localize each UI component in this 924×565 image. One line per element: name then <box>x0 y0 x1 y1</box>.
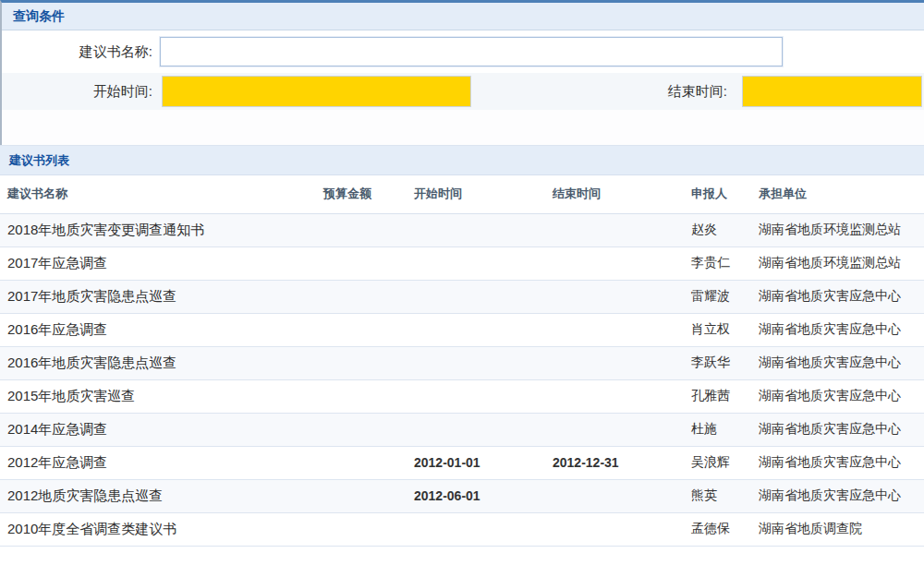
cell-end-time <box>545 313 684 346</box>
cell-applicant: 孔雅茜 <box>684 379 751 413</box>
cell-budget <box>316 479 407 512</box>
cell-end-time <box>545 346 684 379</box>
cell-start-time <box>407 413 545 446</box>
cell-applicant: 孟德保 <box>684 512 751 546</box>
cell-budget <box>316 413 407 446</box>
column-header-name: 建议书名称 <box>0 175 316 213</box>
end-time-label: 结束时间: <box>471 83 727 101</box>
cell-unit: 湖南省地质灾害应急中心 <box>751 379 924 413</box>
column-header-budget: 预算金额 <box>316 175 407 213</box>
cell-start-time: 2012-06-01 <box>407 479 545 512</box>
cell-proposal-name: 2012年应急调查 <box>0 446 316 479</box>
cell-unit: 湖南省地质灾害应急中心 <box>751 313 924 346</box>
column-header-start: 开始时间 <box>407 175 545 213</box>
cell-budget <box>316 346 407 379</box>
cell-unit: 湖南省地质灾害应急中心 <box>751 280 924 313</box>
cell-end-time <box>545 512 684 546</box>
cell-unit: 湖南省地质灾害应急中心 <box>751 346 924 379</box>
table-row[interactable]: 2017年应急调查 李贵仁 湖南省地质环境监测总站 <box>0 246 924 280</box>
proposal-list-panel: 建议书列表 建议书名称 预算金额 开始时间 结束时间 申报人 承担单位 2018… <box>0 145 924 547</box>
cell-start-time <box>407 280 545 313</box>
table-row[interactable]: 2018年地质灾害变更调查通知书 赵炎 湖南省地质环境监测总站 <box>0 213 924 246</box>
cell-start-time <box>407 246 545 280</box>
cell-unit: 湖南省地质灾害应急中心 <box>751 446 924 479</box>
cell-budget <box>316 512 407 546</box>
cell-budget <box>316 446 407 479</box>
cell-unit: 湖南省地质环境监测总站 <box>751 246 924 280</box>
proposal-name-label: 建议书名称: <box>2 43 152 61</box>
cell-applicant: 赵炎 <box>684 213 751 246</box>
cell-unit: 湖南省地质环境监测总站 <box>751 213 924 246</box>
cell-start-time <box>407 512 545 546</box>
cell-start-time <box>407 379 545 413</box>
cell-proposal-name: 2017年地质灾害隐患点巡查 <box>0 280 316 313</box>
cell-budget <box>316 313 407 346</box>
cell-applicant: 肖立权 <box>684 313 751 346</box>
start-time-input[interactable] <box>162 76 471 107</box>
column-header-end: 结束时间 <box>545 175 684 213</box>
table-row[interactable]: 2012年应急调查 2012-01-01 2012-12-31 吴浪辉 湖南省地… <box>0 446 924 479</box>
cell-start-time <box>407 213 545 246</box>
cell-end-time: 2012-12-31 <box>545 446 684 479</box>
cell-proposal-name: 2017年应急调查 <box>0 246 316 280</box>
cell-end-time <box>545 246 684 280</box>
cell-budget <box>316 246 407 280</box>
column-header-unit: 承担单位 <box>751 175 924 213</box>
end-time-input[interactable] <box>742 76 922 107</box>
cell-unit: 湖南省地质灾害应急中心 <box>751 479 924 512</box>
cell-proposal-name: 2015年地质灾害巡查 <box>0 379 316 413</box>
query-panel-spacer <box>2 110 924 145</box>
table-row[interactable]: 2017年地质灾害隐患点巡查 雷耀波 湖南省地质灾害应急中心 <box>0 280 924 313</box>
proposal-table: 建议书名称 预算金额 开始时间 结束时间 申报人 承担单位 2018年地质灾害变… <box>0 175 924 547</box>
cell-end-time <box>545 379 684 413</box>
cell-applicant: 李跃华 <box>684 346 751 379</box>
table-header-row: 建议书名称 预算金额 开始时间 结束时间 申报人 承担单位 <box>0 175 924 213</box>
cell-applicant: 吴浪辉 <box>684 446 751 479</box>
cell-proposal-name: 2012地质灾害隐患点巡查 <box>0 479 316 512</box>
cell-applicant: 雷耀波 <box>684 280 751 313</box>
cell-proposal-name: 2014年应急调查 <box>0 413 316 446</box>
start-time-label: 开始时间: <box>2 83 152 101</box>
cell-end-time <box>545 479 684 512</box>
query-conditions-panel: 查询条件 建议书名称: 开始时间: 结束时间: <box>0 0 924 145</box>
proposal-name-row: 建议书名称: <box>2 30 924 73</box>
table-row[interactable]: 2015年地质灾害巡查 孔雅茜 湖南省地质灾害应急中心 <box>0 379 924 413</box>
cell-start-time <box>407 346 545 379</box>
cell-start-time <box>407 313 545 346</box>
cell-end-time <box>545 280 684 313</box>
table-row[interactable]: 2014年应急调查 杜施 湖南省地质灾害应急中心 <box>0 413 924 446</box>
cell-budget <box>316 379 407 413</box>
cell-unit: 湖南省地质灾害应急中心 <box>751 413 924 446</box>
table-row[interactable]: 2016年地质灾害隐患点巡查 李跃华 湖南省地质灾害应急中心 <box>0 346 924 379</box>
cell-unit: 湖南省地质调查院 <box>751 512 924 546</box>
cell-proposal-name: 2016年地质灾害隐患点巡查 <box>0 346 316 379</box>
query-conditions-title: 查询条件 <box>2 3 924 30</box>
cell-start-time: 2012-01-01 <box>407 446 545 479</box>
cell-end-time <box>545 213 684 246</box>
cell-budget <box>316 213 407 246</box>
cell-proposal-name: 2016年应急调查 <box>0 313 316 346</box>
cell-proposal-name: 2010年度全省调查类建议书 <box>0 512 316 546</box>
cell-applicant: 熊英 <box>684 479 751 512</box>
cell-proposal-name: 2018年地质灾害变更调查通知书 <box>0 213 316 246</box>
table-row[interactable]: 2012地质灾害隐患点巡查 2012-06-01 熊英 湖南省地质灾害应急中心 <box>0 479 924 512</box>
cell-applicant: 杜施 <box>684 413 751 446</box>
time-range-row: 开始时间: 结束时间: <box>2 73 924 110</box>
cell-budget <box>316 280 407 313</box>
proposal-name-input[interactable] <box>160 37 783 66</box>
cell-end-time <box>545 413 684 446</box>
table-row[interactable]: 2016年应急调查 肖立权 湖南省地质灾害应急中心 <box>0 313 924 346</box>
column-header-applicant: 申报人 <box>684 175 751 213</box>
proposal-list-title: 建议书列表 <box>0 145 924 175</box>
table-row[interactable]: 2010年度全省调查类建议书 孟德保 湖南省地质调查院 <box>0 512 924 546</box>
cell-applicant: 李贵仁 <box>684 246 751 280</box>
